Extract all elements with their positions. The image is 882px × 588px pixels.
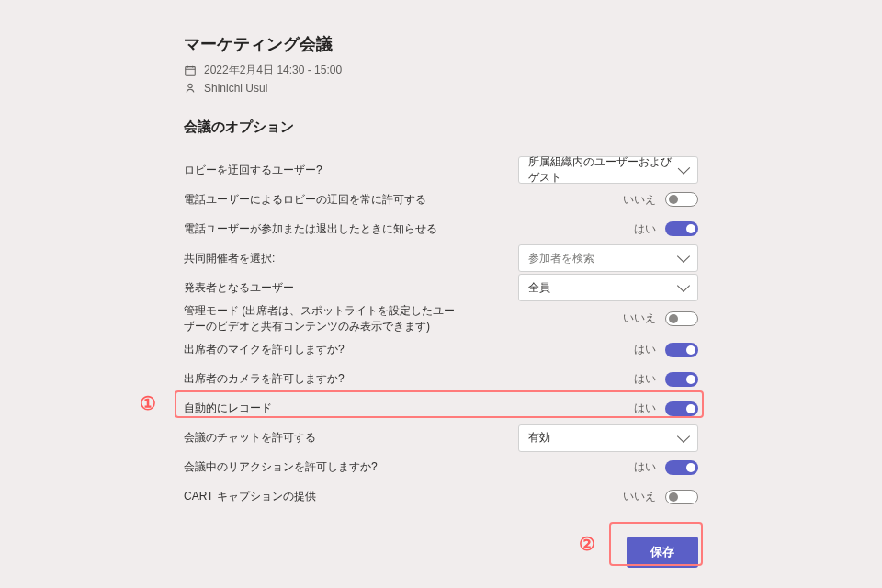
dropdown-meeting-chat[interactable]: 有効 — [518, 424, 698, 452]
row-presenters: 発表者となるユーザー 全員 — [184, 274, 698, 301]
label-phone-join-notify: 電話ユーザーが参加または退出したときに知らせる — [184, 221, 437, 237]
label-allow-mic: 出席者のマイクを許可しますか? — [184, 342, 345, 357]
section-heading: 会議のオプション — [184, 119, 698, 136]
calendar-icon — [184, 64, 197, 77]
state-phone-join-notify: はい — [630, 221, 656, 237]
label-cart-captions: CART キャプションの提供 — [184, 489, 316, 504]
dropdown-lobby-bypass[interactable]: 所属組織内のユーザーおよびゲスト — [518, 156, 698, 184]
toggle-cart-captions[interactable] — [665, 490, 698, 504]
svg-point-1 — [188, 84, 192, 87]
toggle-allow-camera[interactable] — [665, 372, 698, 387]
row-spotlight-mode: 管理モード (出席者は、スポットライトを設定したユーザーのビデオと共有コンテンツ… — [184, 303, 698, 334]
save-button[interactable]: 保存 — [627, 537, 698, 568]
meeting-datetime-line: 2022年2月4日 14:30 - 15:00 — [184, 62, 698, 78]
label-phone-lobby-always: 電話ユーザーによるロビーの迂回を常に許可する — [184, 192, 426, 208]
svg-rect-0 — [186, 66, 196, 75]
dropdown-presenters[interactable]: 全員 — [518, 274, 698, 301]
dropdown-lobby-bypass-value: 所属組織内のユーザーおよびゲスト — [528, 154, 680, 186]
dropdown-meeting-chat-value: 有効 — [528, 430, 550, 446]
row-lobby-bypass: ロビーを迂回するユーザー? 所属組織内のユーザーおよびゲスト — [184, 156, 698, 184]
label-presenters: 発表者となるユーザー — [184, 280, 294, 296]
row-co-organizers: 共同開催者を選択: 参加者を検索 — [184, 244, 698, 272]
chevron-down-icon — [677, 279, 690, 292]
state-allow-reactions: はい — [630, 459, 656, 475]
toggle-auto-record[interactable] — [665, 401, 698, 416]
toggle-phone-lobby-always[interactable] — [665, 192, 698, 207]
label-spotlight-mode: 管理モード (出席者は、スポットライトを設定したユーザーのビデオと共有コンテンツ… — [184, 303, 459, 334]
meeting-organizer-line: Shinichi Usui — [184, 82, 698, 95]
annotation-number-2: ② — [579, 533, 595, 555]
toggle-allow-reactions[interactable] — [665, 460, 698, 475]
row-allow-camera: 出席者のカメラを許可しますか? はい — [184, 366, 698, 393]
toggle-allow-mic[interactable] — [665, 343, 698, 357]
meeting-title: マーケティング会議 — [184, 33, 698, 55]
chevron-down-icon — [677, 430, 690, 443]
label-lobby-bypass: ロビーを迂回するユーザー? — [184, 163, 322, 178]
label-co-organizers: 共同開催者を選択: — [184, 251, 275, 266]
label-allow-reactions: 会議中のリアクションを許可しますか? — [184, 459, 378, 475]
footer: 保存 — [184, 537, 698, 568]
state-phone-lobby-always: いいえ — [623, 192, 656, 208]
annotation-number-1: ① — [140, 392, 156, 414]
state-cart-captions: いいえ — [623, 489, 656, 504]
meeting-datetime: 2022年2月4日 14:30 - 15:00 — [204, 62, 342, 78]
row-auto-record: 自動的にレコード はい — [184, 395, 698, 423]
row-meeting-chat: 会議のチャットを許可する 有効 — [184, 424, 698, 452]
row-cart-captions: CART キャプションの提供 いいえ — [184, 483, 698, 511]
label-allow-camera: 出席者のカメラを許可しますか? — [184, 371, 345, 387]
state-spotlight-mode: いいえ — [623, 311, 656, 326]
label-auto-record: 自動的にレコード — [184, 401, 272, 416]
dropdown-co-organizers[interactable]: 参加者を検索 — [518, 244, 698, 272]
chevron-down-icon — [677, 250, 690, 263]
meeting-options-panel: マーケティング会議 2022年2月4日 14:30 - 15:00 Shinic… — [184, 0, 698, 568]
dropdown-co-organizers-placeholder: 参加者を検索 — [528, 251, 594, 266]
row-phone-lobby-always: 電話ユーザーによるロビーの迂回を常に許可する いいえ — [184, 186, 698, 213]
meeting-organizer: Shinichi Usui — [204, 82, 267, 95]
toggle-spotlight-mode[interactable] — [665, 311, 698, 326]
dropdown-presenters-value: 全員 — [528, 280, 550, 296]
label-meeting-chat: 会議のチャットを許可する — [184, 430, 316, 446]
person-icon — [184, 82, 197, 95]
row-phone-join-notify: 電話ユーザーが参加または退出したときに知らせる はい — [184, 215, 698, 243]
options-list: ロビーを迂回するユーザー? 所属組織内のユーザーおよびゲスト 電話ユーザーによる… — [184, 156, 698, 511]
state-allow-camera: はい — [630, 371, 656, 387]
row-allow-reactions: 会議中のリアクションを許可しますか? はい — [184, 454, 698, 481]
state-auto-record: はい — [630, 401, 656, 416]
state-allow-mic: はい — [630, 342, 656, 357]
row-allow-mic: 出席者のマイクを許可しますか? はい — [184, 336, 698, 364]
toggle-phone-join-notify[interactable] — [665, 221, 698, 236]
